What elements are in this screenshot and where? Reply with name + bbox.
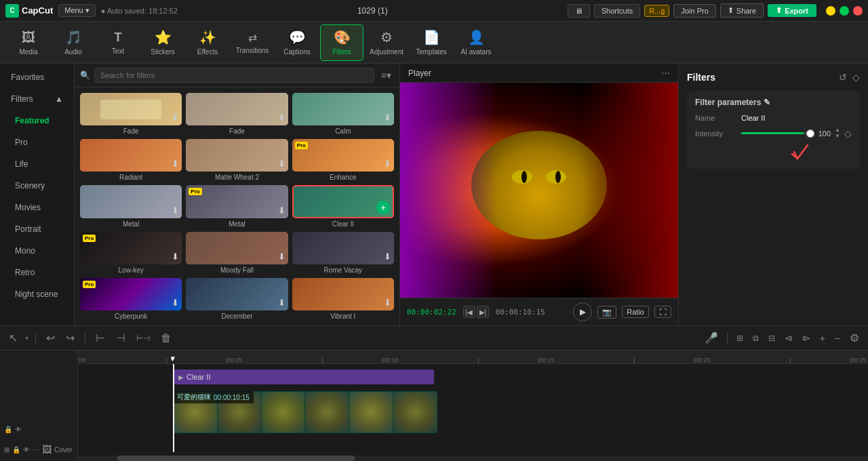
filter-label-clearII: Clear II (332, 220, 354, 228)
shortcuts-button[interactable]: Shortcuts (594, 4, 640, 18)
snap-button[interactable]: ⊞ (733, 332, 747, 345)
tool-templates[interactable]: 📄 Templates (410, 24, 453, 61)
tool-text[interactable]: T Text (96, 24, 140, 61)
tool-adjustment[interactable]: ⚙ Adjustment (365, 24, 408, 61)
timeline-tracks[interactable]: 00:00 |00:05 |00:10 |00:15 |00:20 |00:25… (78, 350, 868, 461)
camera-button[interactable]: 📷 (597, 306, 616, 319)
split-right-button[interactable]: ⊣ (113, 329, 129, 346)
menu-button[interactable]: Menu ▾ (58, 4, 96, 17)
tool-transitions[interactable]: ⇄ Transitions (231, 24, 274, 61)
intensity-reset-button[interactable]: ◇ (844, 128, 852, 139)
filter-sort-button[interactable]: ≡▾ (378, 68, 394, 82)
filter-card-matte[interactable]: ⬇ Matte Wheat 2 (186, 139, 288, 181)
filter-reset-icon[interactable]: ↺ (839, 72, 847, 83)
intensity-slider-wrap: 100 ▲ ▼ ◇ (741, 127, 852, 139)
tool-filters[interactable]: 🎨 Filters (320, 24, 363, 61)
filter-card-enhance[interactable]: Pro ⬇ Enhance (292, 139, 394, 181)
video-track-container[interactable]: 可爱的猫咪 00:00:10:15 (173, 391, 437, 433)
redo-button[interactable]: ↪ (62, 329, 78, 346)
filters-panel-title: Filters (687, 72, 715, 83)
sidebar-item-filters-label: Filters (11, 94, 33, 104)
frame-forward-button[interactable]: ▶| (477, 306, 489, 318)
filter-card-radiant[interactable]: ⬇ Radiant (80, 139, 182, 181)
maximize-button[interactable] (840, 6, 849, 16)
player-menu-button[interactable]: ⋯ (661, 68, 670, 78)
filter-card-moody[interactable]: ⬇ Moody Fall (186, 232, 288, 274)
filter-card-lowkey[interactable]: Pro ⬇ Low-key (80, 232, 182, 274)
ruler-mark-25: |00:25 (850, 357, 867, 363)
filter-label-vibrant: Vibrant I (330, 313, 355, 320)
sidebar-item-favorites[interactable]: Favorites (3, 67, 71, 87)
fullscreen-button[interactable]: ⛶ (654, 306, 671, 318)
filter-card-clearII[interactable]: + Clear II (292, 185, 394, 227)
tool-ai-avatars[interactable]: 👤 AI avatars (454, 24, 498, 61)
sidebar-item-filters[interactable]: Filters ▲ (3, 89, 71, 109)
download-icon-enhance: ⬇ (384, 159, 391, 169)
eye-icon-filter: 👁 (15, 426, 22, 433)
intensity-down-button[interactable]: ▼ (835, 134, 840, 139)
tool-captions[interactable]: 💬 Captions (275, 24, 319, 61)
tool-stickers[interactable]: ⭐ Stickers (141, 24, 184, 61)
undo-button[interactable]: ↩ (43, 329, 58, 346)
player-video (400, 83, 678, 298)
timeline-scrollbar[interactable] (78, 456, 868, 461)
minimize-button[interactable] (826, 6, 835, 16)
sidebar-item-retro[interactable]: Retro (3, 262, 71, 283)
tool-audio[interactable]: 🎵 Audio (52, 24, 95, 61)
delete-button[interactable]: 🗑 (157, 330, 175, 346)
filter-grid-area: 🔍 ≡▾ ⬇ Fade (75, 64, 399, 325)
zoom-out-button[interactable]: − (831, 331, 844, 346)
share-button[interactable]: ⬆ Share (720, 3, 764, 18)
search-input[interactable] (94, 68, 374, 83)
sidebar-item-night-scene[interactable]: Night scene (3, 284, 71, 304)
filter-name-row: Name Clear II (695, 114, 852, 122)
sidebar-item-mono[interactable]: Mono (3, 241, 71, 261)
ratio-button[interactable]: Ratio (622, 306, 649, 318)
filter-card-metal1[interactable]: ⬇ Metal (80, 185, 182, 227)
intensity-up-button[interactable]: ▲ (835, 127, 840, 133)
filter-card-metal2[interactable]: Pro ⬇ Metal (186, 185, 288, 227)
sidebar-item-pro[interactable]: Pro (3, 132, 71, 153)
filter-label-enhance: Enhance (330, 174, 356, 181)
tool-effects[interactable]: ✨ Effects (186, 24, 229, 61)
frame-back-button[interactable]: |◀ (463, 306, 475, 318)
download-icon-december: ⬇ (278, 298, 285, 308)
select-tool-button[interactable]: ↖ (5, 329, 21, 346)
tool-media[interactable]: 🖼 Media (7, 24, 50, 61)
top-right-controls: 🖥 Shortcuts R...g Join Pro ⬆ Share ⬆ Exp… (568, 3, 863, 18)
audio-record-button[interactable]: 🎤 (701, 329, 722, 346)
monitor-button[interactable]: 🖥 (568, 4, 590, 18)
export-button[interactable]: ⬆ Export (768, 4, 816, 17)
filter-card-calm[interactable]: ⬇ Calm (292, 93, 394, 135)
filter-card-fade1[interactable]: ⬇ Fade (80, 93, 182, 135)
zoom-in-button[interactable]: + (816, 331, 829, 346)
filter-diamond-icon[interactable]: ◇ (852, 72, 860, 83)
sidebar-item-featured[interactable]: Featured (3, 111, 71, 131)
filter-card-vibrant[interactable]: ⬇ Vibrant I (292, 278, 394, 320)
play-button[interactable]: ▶ (573, 302, 592, 321)
autosave-status: ● Auto saved: 18:12:52 (101, 7, 178, 15)
sidebar-item-scenery[interactable]: Scenery (3, 176, 71, 196)
left-trim-button[interactable]: ⧏ (781, 332, 796, 345)
intensity-slider[interactable] (741, 132, 814, 134)
settings-button[interactable]: ⚙ (846, 329, 863, 346)
split-left-button[interactable]: ⊢ (92, 329, 108, 346)
join-pro-button[interactable]: Join Pro (673, 4, 715, 18)
close-button[interactable] (853, 6, 863, 16)
unlink-button[interactable]: ⊟ (765, 332, 778, 345)
filter-card-fade2[interactable]: ⬇ Fade (186, 93, 288, 135)
filter-card-rome[interactable]: ⬇ Rome Vacay (292, 232, 394, 274)
sidebar-item-portrait[interactable]: Portrait (3, 219, 71, 239)
filter-card-cyberpunk[interactable]: Pro ⬇ Cyberpunk (80, 278, 182, 320)
right-trim-button[interactable]: ⧐ (799, 332, 814, 345)
filter-sidebar: Favorites Filters ▲ Featured Pro Life Sc… (0, 64, 75, 325)
window-controls (826, 6, 863, 16)
sidebar-item-movies[interactable]: Movies (3, 197, 71, 218)
filter-track[interactable]: ▶ Clear II (173, 369, 434, 384)
filter-card-december[interactable]: ⬇ December (186, 278, 288, 320)
split-button[interactable]: ⊢⊣ (133, 332, 153, 345)
cover-button[interactable]: 🖼 Cover (42, 444, 73, 455)
link-button[interactable]: ⧉ (749, 332, 762, 345)
tool-audio-label: Audio (64, 48, 82, 56)
sidebar-item-life[interactable]: Life (3, 154, 71, 174)
